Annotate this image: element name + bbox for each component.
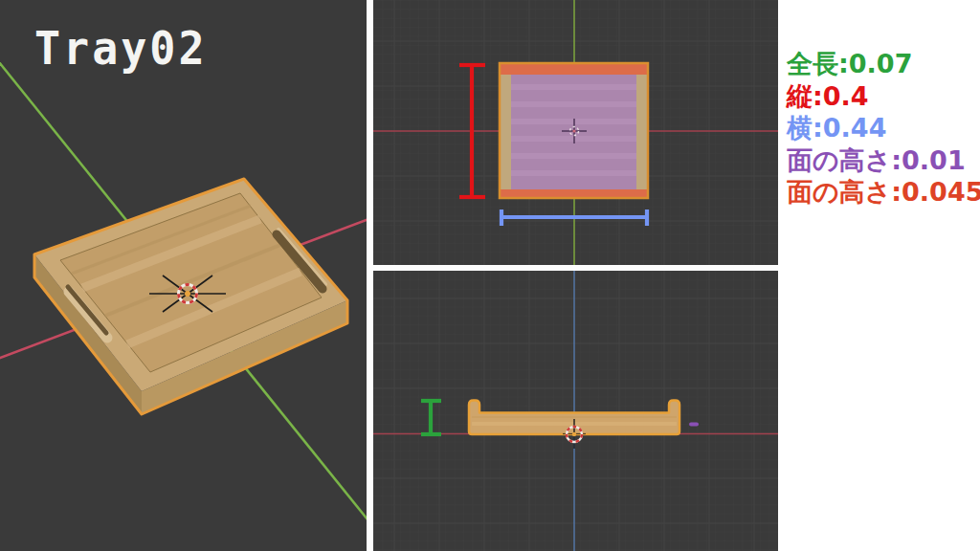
screenshot-root: Tray02	[0, 0, 980, 551]
face-height-marker-purple	[689, 423, 699, 427]
vertical-panel-divider[interactable]	[367, 0, 373, 551]
object-title: Tray02	[34, 21, 208, 76]
measurement-list: 全長:0.07 縦:0.4 横:0.44 面の高さ:0.01 面の高さ:0.04…	[787, 48, 980, 209]
viewport-top-canvas	[373, 0, 778, 265]
measurement-width: 横:0.44	[787, 112, 980, 144]
viewport-front-ortho[interactable]	[373, 271, 778, 551]
tray-top-strip-orange	[500, 63, 648, 75]
fine-grid	[373, 271, 778, 551]
measurement-total-length: 全長:0.07	[787, 48, 980, 80]
measurement-face-height-1: 面の高さ:0.01	[787, 144, 980, 177]
measurement-face-height-2: 面の高さ:0.045	[787, 176, 980, 209]
tray-bottom-strip-orange	[500, 189, 648, 198]
viewport-top-ortho[interactable]	[373, 0, 778, 265]
viewport-front-canvas	[373, 271, 778, 551]
horizontal-panel-divider[interactable]	[367, 265, 778, 271]
measurement-depth: 縦:0.4	[787, 80, 980, 113]
viewport-3d-canvas	[0, 0, 367, 551]
measurement-panel: 全長:0.07 縦:0.4 横:0.44 面の高さ:0.01 面の高さ:0.04…	[778, 0, 980, 551]
viewport-3d-perspective[interactable]: Tray02	[0, 0, 367, 551]
